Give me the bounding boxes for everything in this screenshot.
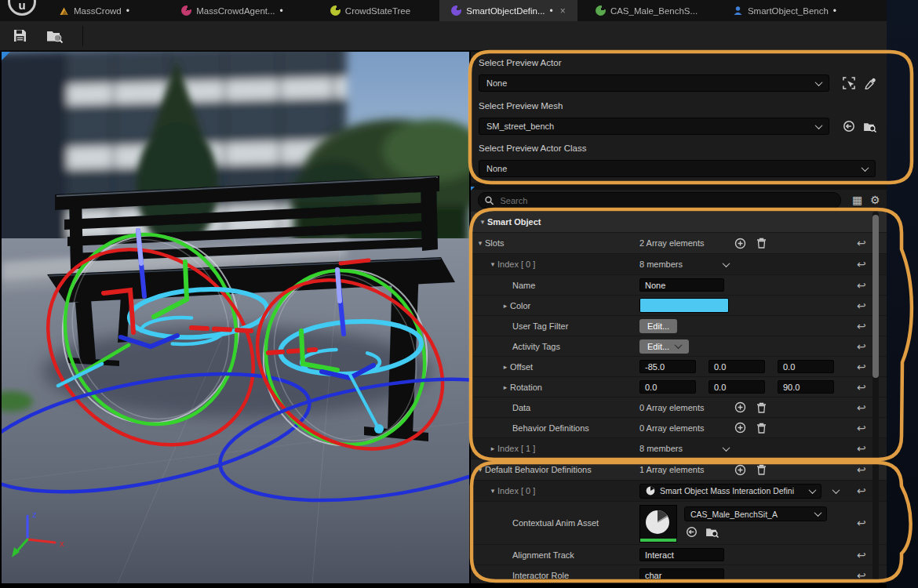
tab-cas-male-bench[interactable]: CAS_Male_BenchS... — [577, 0, 716, 21]
add-element-icon[interactable] — [734, 464, 746, 476]
row-interactor-role[interactable]: Interactor Role char ↩ — [471, 565, 887, 583]
row-alignment-track[interactable]: Alignment Track Interact ↩ — [471, 545, 887, 565]
row-default-behavior-definitions[interactable]: ▾ Default Behavior Definitions 1 Array e… — [471, 459, 887, 481]
row-slots[interactable]: ▾ Slots 2 Array elements ↩ — [471, 233, 887, 254]
reset-to-default-icon[interactable]: ↩ — [857, 466, 866, 474]
settings-gear-icon[interactable]: ⚙ — [870, 193, 880, 207]
anim-asset-value: CAS_Male_BenchSit_A — [690, 510, 778, 519]
use-selected-asset-icon[interactable] — [840, 118, 858, 135]
reset-to-default-icon[interactable]: ↩ — [857, 343, 866, 350]
browse-to-asset-icon[interactable] — [705, 526, 719, 538]
use-selected-asset-icon[interactable] — [686, 526, 698, 538]
row-slots-index-1[interactable]: ▸ Index [ 1 ] 8 members ↩ — [471, 438, 887, 459]
reset-to-default-icon[interactable]: ↩ — [857, 302, 866, 310]
collapse-triangle-icon[interactable]: ▾ — [488, 260, 497, 268]
row-dbd-index-0[interactable]: ▾ Index [ 0 ] Smart Object Mass Interact… — [471, 481, 887, 502]
reset-to-default-icon[interactable]: ↩ — [857, 519, 866, 527]
offset-z-field[interactable]: 0.0 — [778, 360, 834, 373]
row-name[interactable]: Name None ↩ — [471, 275, 887, 296]
edit-tag-filter-button[interactable]: Edit... — [639, 319, 677, 333]
expand-triangle-icon[interactable]: ▸ — [488, 445, 497, 452]
tab-smartobjectdefinition[interactable]: SmartObjectDefin... • × — [439, 0, 577, 21]
tab-masscrowdagent[interactable]: MassCrowdAgent... • — [163, 0, 301, 21]
expand-triangle-icon[interactable]: ▸ — [501, 363, 510, 371]
marquee-select-icon[interactable] — [840, 74, 858, 92]
row-behavior-definitions[interactable]: Behavior Definitions 0 Array elements ↩ — [471, 418, 887, 438]
collapse-triangle-icon[interactable]: ▾ — [475, 239, 485, 247]
behavior-definition-class-dropdown[interactable]: Smart Object Mass Interaction Defini — [639, 484, 821, 499]
preview-mesh-dropdown[interactable]: SM_street_bench — [479, 118, 829, 135]
add-element-icon[interactable] — [734, 238, 746, 249]
search-icon — [485, 196, 494, 205]
close-tab-icon[interactable]: × — [560, 5, 566, 16]
reset-to-default-icon[interactable]: ↩ — [857, 281, 866, 289]
offset-y-field[interactable]: 0.0 — [709, 360, 765, 373]
array-count: 2 Array elements — [639, 238, 705, 248]
delete-all-icon[interactable] — [756, 238, 767, 249]
row-label: Default Behavior Definitions — [485, 465, 592, 474]
reset-to-default-icon[interactable]: ↩ — [857, 487, 866, 495]
offset-x-field[interactable]: -85.0 — [639, 360, 696, 373]
add-element-icon[interactable] — [734, 422, 746, 434]
delete-all-icon[interactable] — [756, 402, 767, 413]
delete-all-icon[interactable] — [756, 423, 767, 434]
rotation-x-field[interactable]: 0.0 — [639, 380, 696, 394]
chevron-down-icon[interactable] — [723, 444, 730, 452]
display-options-grid-icon[interactable]: ▦ — [852, 193, 862, 207]
search-input[interactable] — [498, 195, 834, 206]
chevron-down-icon[interactable] — [832, 486, 840, 494]
row-data[interactable]: Data 0 Array elements ↩ — [471, 397, 887, 418]
reset-to-default-icon[interactable]: ↩ — [857, 424, 866, 432]
preview-actor-dropdown[interactable]: None — [479, 74, 829, 92]
tab-crowdstatetree[interactable]: CrowdStateTree — [301, 0, 439, 21]
color-swatch[interactable] — [639, 298, 729, 313]
preview-actor-label: Select Preview Actor — [479, 58, 561, 67]
reset-to-default-icon[interactable]: ↩ — [857, 383, 866, 391]
tab-smartobject-bench[interactable]: SmartObject_Bench • — [716, 0, 854, 21]
reset-to-default-icon[interactable]: ↩ — [857, 404, 866, 412]
preview-actor-class-dropdown[interactable]: None — [479, 160, 876, 177]
expand-triangle-icon[interactable]: ▸ — [501, 383, 510, 391]
reset-to-default-icon[interactable]: ↩ — [857, 260, 866, 268]
asset-thumbnail[interactable] — [639, 505, 677, 543]
reset-to-default-icon[interactable]: ↩ — [857, 572, 866, 579]
search-box[interactable] — [478, 192, 841, 209]
collapse-triangle-icon[interactable]: ▾ — [478, 218, 487, 226]
reset-to-default-icon[interactable]: ↩ — [857, 322, 866, 330]
browse-to-asset-icon[interactable] — [862, 118, 879, 135]
row-rotation[interactable]: ▸ Rotation 0.0 0.0 90.0 ↩ — [471, 377, 887, 397]
row-contextual-anim-asset[interactable]: Contextual Anim Asset CAS_Male_BenchSit_… — [471, 502, 887, 545]
rotation-y-field[interactable]: 0.0 — [709, 380, 765, 394]
edit-activity-tags-button[interactable]: Edit... — [639, 339, 689, 354]
reset-to-default-icon[interactable]: ↩ — [857, 363, 866, 371]
delete-all-icon[interactable] — [756, 464, 767, 475]
row-label: Data — [512, 403, 530, 412]
anim-asset-dropdown[interactable]: CAS_Male_BenchSit_A — [684, 506, 827, 521]
category-smart-object[interactable]: ▾ Smart Object — [471, 212, 887, 233]
eyedropper-icon[interactable] — [862, 74, 879, 92]
interactor-role-field[interactable]: char — [639, 568, 724, 582]
row-activity-tags[interactable]: Activity Tags Edit... ↩ — [471, 336, 887, 357]
panel-divider — [471, 183, 887, 190]
collapse-triangle-icon[interactable]: ▾ — [475, 466, 485, 474]
collapse-triangle-icon[interactable]: ▾ — [488, 487, 497, 495]
alignment-track-field[interactable]: Interact — [639, 548, 724, 561]
save-icon[interactable] — [13, 28, 27, 43]
row-slots-index-0[interactable]: ▾ Index [ 0 ] 8 members ↩ — [471, 254, 887, 275]
row-color[interactable]: ▸ Color ↩ — [471, 296, 887, 316]
scrollbar-thumb[interactable] — [872, 215, 879, 378]
reset-to-default-icon[interactable]: ↩ — [857, 239, 866, 247]
browse-to-asset-icon[interactable] — [46, 28, 64, 43]
reset-to-default-icon[interactable]: ↩ — [857, 445, 866, 452]
rotation-z-field[interactable]: 90.0 — [778, 380, 834, 394]
expand-triangle-icon[interactable]: ▸ — [501, 302, 510, 310]
chevron-down-icon[interactable] — [723, 260, 730, 267]
name-field[interactable]: None — [639, 278, 724, 292]
row-offset[interactable]: ▸ Offset -85.0 0.0 0.0 ↩ — [471, 357, 887, 377]
viewport-3d[interactable]: z x — [2, 52, 469, 583]
axis-x-label: x — [60, 539, 64, 548]
add-element-icon[interactable] — [734, 401, 746, 413]
tab-masscrowd[interactable]: MassCrowd • — [25, 0, 163, 21]
row-user-tag-filter[interactable]: User Tag Filter Edit... ↩ — [471, 316, 887, 336]
reset-to-default-icon[interactable]: ↩ — [857, 551, 866, 559]
